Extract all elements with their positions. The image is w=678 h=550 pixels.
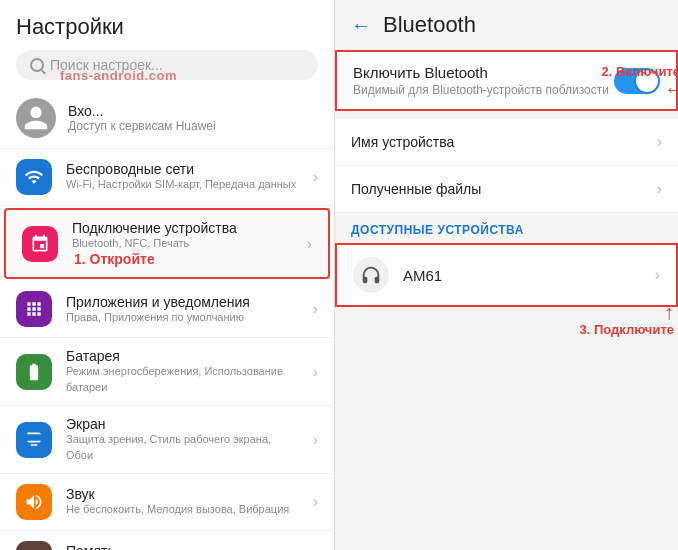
screen-icon	[16, 422, 52, 458]
item-title-battery: Батарея	[66, 348, 299, 364]
battery-icon	[16, 354, 52, 390]
device-name-label: Имя устройства	[351, 134, 454, 150]
settings-title: Настройки	[16, 14, 318, 40]
settings-item-battery[interactable]: Батарея Режим энергосбережения, Использо…	[0, 338, 334, 406]
item-title-sound: Звук	[66, 486, 299, 502]
bt-enable-subtitle: Видимый для Bluetooth-устройств поблизос…	[353, 83, 609, 97]
annotation-2-container: 2. Включите ←	[601, 63, 678, 98]
settings-item-wireless[interactable]: Беспроводные сети Wi-Fi, Настройки SIM-к…	[0, 149, 334, 206]
bluetooth-title: Bluetooth	[383, 12, 476, 38]
item-text-battery: Батарея Режим энергосбережения, Использо…	[66, 348, 299, 395]
item-text-sound: Звук Не беспокоить, Мелодия вызова, Вибр…	[66, 486, 299, 517]
item-sub-battery: Режим энергосбережения, Использование ба…	[66, 364, 299, 395]
chevron-files: ›	[657, 180, 662, 198]
user-row[interactable]: Вхо... Доступ к сервисам Huawei	[0, 88, 334, 149]
annotation-3-container: ↑ 3. Подключите	[580, 302, 675, 337]
item-sub-screen: Защита зрения, Стиль рабочего экрана, Об…	[66, 432, 299, 463]
item-sub-device: Bluetooth, NFC, Печать	[72, 236, 293, 251]
item-text-wireless: Беспроводные сети Wi-Fi, Настройки SIM-к…	[66, 161, 299, 192]
annotation-enable: 2. Включите	[601, 63, 678, 78]
left-panel: Настройки Поиск настроек... Вхо... Досту…	[0, 0, 335, 550]
apps-icon	[16, 291, 52, 327]
left-header: Настройки Поиск настроек...	[0, 0, 334, 88]
chevron-icon-wireless: ›	[313, 168, 318, 186]
device-name-item[interactable]: Имя устройства ›	[335, 119, 678, 166]
connect-icon	[22, 226, 58, 262]
item-title-screen: Экран	[66, 416, 299, 432]
chevron-icon-apps: ›	[313, 300, 318, 318]
item-title-wireless: Беспроводные сети	[66, 161, 299, 177]
item-text-apps: Приложения и уведомления Права, Приложен…	[66, 294, 299, 325]
item-title-apps: Приложения и уведомления	[66, 294, 299, 310]
bt-enable-title: Включить Bluetooth	[353, 64, 609, 81]
search-placeholder: Поиск настроек...	[50, 57, 163, 73]
item-title-device: Подключение устройства	[72, 220, 293, 236]
settings-item-screen[interactable]: Экран Защита зрения, Стиль рабочего экра…	[0, 406, 334, 474]
chevron-device-name: ›	[657, 133, 662, 151]
bt-enable-text: Включить Bluetooth Видимый для Bluetooth…	[353, 64, 609, 97]
chevron-icon-battery: ›	[313, 363, 318, 381]
received-files-label: Полученные файлы	[351, 181, 481, 197]
back-button[interactable]: ←	[351, 14, 371, 37]
item-text-device: Подключение устройства Bluetooth, NFC, П…	[72, 220, 293, 267]
received-files-item[interactable]: Полученные файлы ›	[335, 166, 678, 213]
settings-item-device-connection[interactable]: Подключение устройства Bluetooth, NFC, П…	[4, 208, 330, 279]
am61-name: AM61	[403, 267, 641, 284]
annotation-connect: 3. Подключите	[580, 322, 675, 337]
search-box[interactable]: Поиск настроек...	[16, 50, 318, 80]
user-name: Вхо...	[68, 103, 318, 119]
arrow-am61-icon: ↑	[664, 302, 674, 322]
settings-item-apps[interactable]: Приложения и уведомления Права, Приложен…	[0, 281, 334, 338]
right-header: ← Bluetooth	[335, 0, 678, 50]
settings-item-storage[interactable]: Память Память, Очистка памяти ›	[0, 531, 334, 550]
search-icon	[30, 58, 44, 72]
chevron-icon-sound: ›	[313, 493, 318, 511]
settings-list: Беспроводные сети Wi-Fi, Настройки SIM-к…	[0, 149, 334, 550]
right-content: Включить Bluetooth Видимый для Bluetooth…	[335, 50, 678, 550]
item-sub-apps: Права, Приложения по умолчанию	[66, 310, 299, 325]
item-text-screen: Экран Защита зрения, Стиль рабочего экра…	[66, 416, 299, 463]
chevron-am61: ›	[655, 266, 660, 284]
chevron-icon-device: ›	[307, 235, 312, 253]
sound-icon	[16, 484, 52, 520]
am61-device-card[interactable]: AM61 ›	[335, 243, 678, 307]
item-title-storage: Память	[66, 543, 299, 550]
person-icon	[22, 104, 50, 132]
user-info: Вхо... Доступ к сервисам Huawei	[68, 103, 318, 133]
item-sub-sound: Не беспокоить, Мелодия вызова, Вибрация	[66, 502, 299, 517]
available-devices-header: ДОСТУПНЫЕ УСТРОЙСТВА	[335, 213, 678, 243]
wifi-icon	[16, 159, 52, 195]
item-text-storage: Память Память, Очистка памяти	[66, 543, 299, 550]
user-subtitle: Доступ к сервисам Huawei	[68, 119, 318, 133]
avatar	[16, 98, 56, 138]
arrow-enable-icon: ←	[664, 78, 678, 98]
settings-item-sound[interactable]: Звук Не беспокоить, Мелодия вызова, Вибр…	[0, 474, 334, 531]
item-sub-wireless: Wi-Fi, Настройки SIM-карт, Передача данн…	[66, 177, 299, 192]
right-panel: ← Bluetooth Включить Bluetooth Видимый д…	[335, 0, 678, 550]
annotation-open: 1. Откройте	[74, 251, 293, 267]
storage-icon	[16, 541, 52, 550]
chevron-icon-screen: ›	[313, 431, 318, 449]
headphones-icon	[353, 257, 389, 293]
